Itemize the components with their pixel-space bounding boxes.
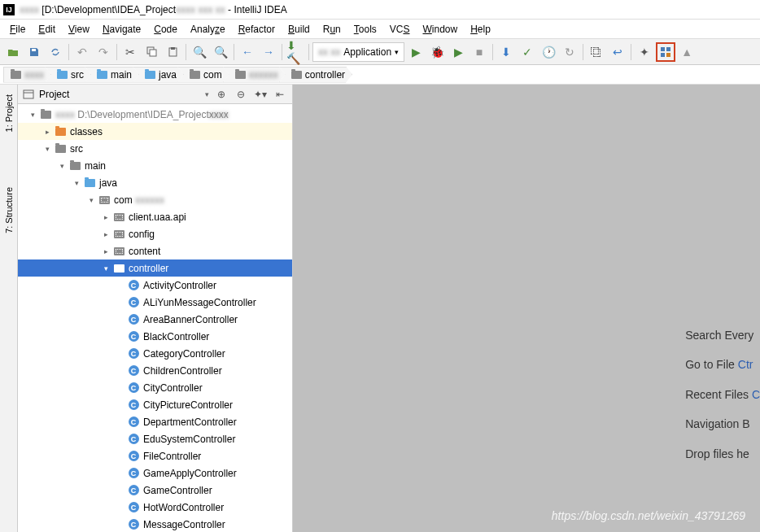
crumb-main[interactable]: main [85, 67, 139, 83]
crumb-java[interactable]: java [133, 67, 184, 83]
tree-arrow-icon[interactable]: ▸ [101, 213, 111, 221]
build-icon[interactable]: ⬇🔨 [286, 42, 305, 62]
profiler-icon[interactable]: ▲ [677, 42, 697, 62]
save-icon[interactable] [24, 42, 44, 62]
tree-node-label: xxxx D:\Development\IDEA_Projectxxxx [55, 109, 229, 120]
undo-icon[interactable]: ↶ [72, 42, 92, 62]
collapse-icon[interactable]: ⊕ [214, 87, 229, 102]
forward-icon[interactable]: → [259, 42, 278, 62]
paste-icon[interactable] [163, 42, 182, 62]
tree-row[interactable]: ▸config [18, 225, 292, 242]
tree-row[interactable]: ▾java [18, 174, 292, 191]
find-icon[interactable]: 🔍 [190, 42, 209, 62]
menu-file[interactable]: File [3, 22, 32, 37]
tree-row[interactable]: CChildrenController [18, 362, 292, 379]
vcs-revert-icon[interactable]: ↻ [560, 42, 579, 62]
tree-row[interactable]: ▸client.uaa.api [18, 208, 292, 225]
menu-tools[interactable]: Tools [347, 22, 383, 37]
menu-refactor[interactable]: Refactor [232, 22, 282, 37]
crumb-controller[interactable]: controller [279, 67, 352, 83]
menu-code[interactable]: Code [147, 22, 184, 37]
project-tree[interactable]: ▾xxxx D:\Development\IDEA_Projectxxxx▸cl… [18, 104, 292, 532]
tree-arrow-icon[interactable]: ▸ [101, 247, 111, 255]
tree-row[interactable]: CEduSystemController [18, 430, 292, 447]
tree-arrow-icon[interactable]: ▸ [101, 230, 111, 238]
tree-row[interactable]: CFileController [18, 447, 292, 464]
crumb-root[interactable]: xxxx [3, 67, 51, 83]
navigation-breadcrumb: xxxx src main java com xxxxxx controller [0, 65, 760, 85]
coverage-icon[interactable]: ▶ [448, 42, 468, 62]
tree-row[interactable]: CDepartmentController [18, 413, 292, 430]
vcs-history-icon[interactable]: 🕐 [539, 42, 558, 62]
target-icon[interactable]: ⊖ [234, 87, 248, 102]
sync-icon[interactable] [46, 42, 65, 62]
replace-icon[interactable]: 🔍 [211, 42, 230, 62]
tree-row[interactable]: CGameApplyController [18, 464, 292, 482]
run-config-select[interactable]: xx xx Application ▾ [312, 42, 404, 62]
tree-row[interactable]: ▾src [18, 140, 292, 157]
hide-icon[interactable]: ⇤ [273, 87, 287, 102]
crumb-pkg[interactable]: xxxxxx [223, 67, 286, 83]
tree-arrow-icon[interactable]: ▾ [101, 264, 111, 273]
tree-row[interactable]: CBlackController [18, 328, 292, 345]
idea-icon[interactable]: ✦ [635, 42, 654, 62]
tree-row[interactable]: ▸classes [18, 123, 292, 140]
back-icon[interactable]: ← [238, 42, 257, 62]
tree-row[interactable]: CHotWordController [18, 499, 292, 516]
chevron-down-icon[interactable]: ▾ [205, 90, 209, 98]
tree-row[interactable]: CGameController [18, 482, 292, 499]
gutter-structure[interactable]: 7: Structure [2, 182, 15, 238]
tree-arrow-icon[interactable]: ▾ [72, 179, 81, 187]
left-tool-gutter: 1: Project 7: Structure [0, 85, 18, 532]
vcs-update-icon[interactable]: ⬇ [496, 42, 516, 62]
menu-window[interactable]: Window [416, 22, 464, 37]
cut-icon[interactable]: ✂ [120, 42, 140, 62]
crumb-src[interactable]: src [45, 67, 91, 83]
gutter-project[interactable]: 1: Project [2, 89, 15, 137]
tree-arrow-icon[interactable]: ▾ [86, 196, 96, 204]
menu-analyze[interactable]: Analyze [184, 22, 232, 37]
tree-row[interactable]: ▸content [18, 242, 292, 259]
menu-run[interactable]: Run [317, 22, 347, 37]
project-structure-icon[interactable]: ⿻ [587, 42, 606, 62]
tree-row[interactable]: CActivityController [18, 277, 292, 294]
redo-icon[interactable]: ↩ [608, 42, 627, 62]
tree-row[interactable]: ▾xxxx D:\Development\IDEA_Projectxxxx [18, 106, 292, 123]
tree-row[interactable]: CAreaBannerController [18, 311, 292, 328]
tree-row[interactable]: ▾controller [18, 259, 292, 277]
menu-navigate[interactable]: Navigate [96, 22, 147, 37]
tree-node-icon [39, 109, 52, 120]
tree-row[interactable]: CCategoryController [18, 345, 292, 362]
debug-icon[interactable]: 🐞 [427, 42, 447, 62]
run-icon[interactable]: ▶ [406, 42, 426, 62]
tree-node-label: ChildrenController [143, 365, 222, 377]
crumb-com[interactable]: com [177, 67, 229, 83]
copy-icon[interactable] [142, 42, 161, 62]
redo-icon[interactable]: ↷ [94, 42, 113, 62]
database-tool-icon[interactable] [656, 42, 675, 62]
stop-icon[interactable]: ■ [470, 42, 489, 62]
svg-rect-8 [666, 53, 670, 57]
tree-row[interactable]: ▾com xxxxxx [18, 191, 292, 208]
tree-arrow-icon[interactable]: ▾ [28, 111, 37, 119]
tree-arrow-icon[interactable]: ▸ [42, 128, 52, 136]
tree-row[interactable]: CALiYunMessageController [18, 294, 292, 311]
tree-arrow-icon[interactable]: ▾ [57, 162, 67, 170]
tree-row[interactable]: CCityPictureController [18, 396, 292, 413]
tree-row[interactable]: CMessageController [18, 516, 292, 532]
vcs-commit-icon[interactable]: ✓ [518, 42, 537, 62]
tree-arrow-icon[interactable]: ▾ [42, 145, 52, 153]
menu-view[interactable]: View [62, 22, 96, 37]
menu-bar: File Edit View Navigate Code Analyze Ref… [0, 20, 760, 39]
panel-title: Project [39, 89, 200, 100]
tree-row[interactable]: CCityController [18, 379, 292, 396]
menu-build[interactable]: Build [282, 22, 317, 37]
menu-help[interactable]: Help [464, 22, 497, 37]
tree-row[interactable]: ▾main [18, 157, 292, 174]
tree-node-icon: C [127, 280, 140, 291]
menu-edit[interactable]: Edit [32, 22, 62, 37]
open-icon[interactable] [3, 42, 23, 62]
gear-icon[interactable]: ✦▾ [253, 87, 268, 102]
menu-vcs[interactable]: VCS [383, 22, 417, 37]
tree-node-icon [112, 229, 125, 240]
